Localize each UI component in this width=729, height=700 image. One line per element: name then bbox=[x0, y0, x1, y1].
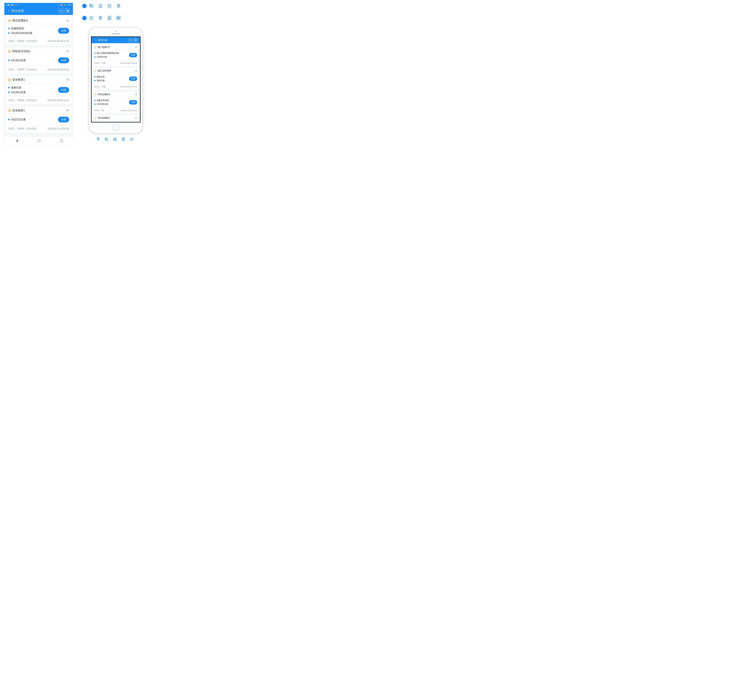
miniapp-capsule[interactable]: ••• bbox=[128, 38, 138, 42]
capsule-menu-icon[interactable]: ••• bbox=[58, 9, 64, 13]
task-card: 施工电梯1号 #3 施工升降机周检整改记录5月8日任务 办理 办理人：罗扬 20… bbox=[93, 44, 139, 66]
task-line-text: 4月26日任务 bbox=[11, 59, 26, 62]
app-header: 〈 待办任务 ••• bbox=[4, 7, 73, 15]
task-name: 塔式起重机5 bbox=[98, 117, 110, 119]
nav-back-icon[interactable] bbox=[14, 139, 18, 142]
task-icon bbox=[8, 109, 11, 112]
miniapp-capsule[interactable]: ••• bbox=[58, 9, 71, 13]
task-icon bbox=[94, 70, 96, 72]
task-lines: 施工升降机周检整改记录5月8日任务 bbox=[94, 52, 119, 58]
task-line: 4月26日09:00任务 bbox=[8, 31, 32, 35]
capsule-menu-icon[interactable]: ••• bbox=[128, 38, 133, 42]
page-title: 待办任务 bbox=[12, 9, 24, 13]
task-line: 复检任务 bbox=[8, 86, 26, 89]
task-line: 整改任务 bbox=[94, 76, 105, 78]
task-line: 5月8日任务 bbox=[94, 56, 119, 58]
task-line: 4月27日任务 bbox=[8, 118, 26, 121]
bullet-dot-icon bbox=[82, 16, 87, 20]
handle-button[interactable]: 办理 bbox=[58, 57, 69, 63]
card-header: 班组安全活动1 #2 bbox=[8, 47, 69, 55]
task-icon bbox=[94, 46, 96, 48]
nfc-alarm-battery-icons: ℕ ⏰ ⚡▭ bbox=[59, 4, 67, 6]
task-index: #7 bbox=[135, 117, 137, 119]
handler-text: 办理人：周雨祥（凡尔信息） bbox=[8, 127, 38, 130]
task-icon bbox=[94, 94, 96, 95]
card-body: 复检任务4月26日任务 办理 bbox=[8, 83, 69, 97]
task-line-text: 整改任务 bbox=[97, 76, 105, 78]
iphone-speaker bbox=[112, 33, 120, 34]
handler-text: 办理人：周雨祥（凡尔信息） bbox=[8, 99, 38, 102]
handle-button[interactable]: 办理 bbox=[58, 28, 69, 34]
timestamp: 2019-04-26 08:43:24 bbox=[47, 68, 69, 71]
feature-list: 制 定 任 务 任 务 提 醒 bbox=[82, 3, 149, 21]
task-list: 塔式起重机3 #1 交接班登记4月26日09:00任务 办理 办理人：周雨祥（凡… bbox=[4, 15, 73, 137]
dot-icon bbox=[8, 91, 10, 93]
task-line-text: 施工升降机周检整改记录 bbox=[97, 52, 119, 55]
nav-recent-icon[interactable] bbox=[60, 139, 63, 142]
card-footer: 办理人：罗扬 2019-05-08 10:25:52 bbox=[94, 84, 137, 90]
timestamp: 2019-04-27 00:00:00 bbox=[47, 128, 69, 130]
task-line: 设备日常巡检 bbox=[94, 99, 109, 102]
iphone-home-button[interactable] bbox=[112, 123, 119, 131]
handle-button[interactable]: 办理 bbox=[58, 87, 69, 93]
task-index: #2 bbox=[66, 50, 69, 53]
iphone-screen: 〈 待办任务 ••• 施工电梯1号 #3 施工升降机周检整改记录5月8日任务 办… bbox=[91, 36, 141, 122]
back-icon[interactable]: 〈 bbox=[6, 9, 10, 13]
dot-icon bbox=[8, 119, 10, 120]
dot-icon bbox=[8, 60, 10, 61]
timestamp: 2019-04-26 08:43:24 bbox=[47, 99, 69, 102]
dot-icon bbox=[94, 104, 96, 105]
task-line-text: 5月8日任务 bbox=[97, 56, 107, 58]
handle-button[interactable]: 办理 bbox=[129, 53, 137, 57]
task-lines: 设备日常巡检4月26日任务 bbox=[94, 99, 109, 106]
timestamp: 2019-05-08 00:00:00 bbox=[120, 62, 137, 64]
nav-home-icon[interactable] bbox=[38, 139, 41, 142]
task-lines: 4月26日任务 bbox=[8, 59, 26, 62]
iphone-frame: 〈 待办任务 ••• 施工电梯1号 #3 施工升降机周检整改记录5月8日任务 办… bbox=[89, 27, 143, 134]
page-title: 待办任务 bbox=[98, 38, 107, 42]
dot-icon bbox=[94, 52, 96, 54]
task-name: 班组安全活动1 bbox=[12, 49, 30, 53]
card-body: 4月27日任务 办理 bbox=[8, 114, 69, 125]
status-bar: 4G ▮▮▮ 4G ▮▮▮ ⩶ ✉ ◇ ❀ ℕ ⏰ ⚡▭ 4:34 bbox=[4, 3, 73, 7]
card-body: 设备日常巡检4月26日任务 办理 bbox=[94, 121, 137, 122]
dot-icon bbox=[8, 87, 10, 89]
task-card: 塔式起重机3 #1 交接班登记4月26日09:00任务 办理 办理人：周雨祥（凡… bbox=[6, 17, 71, 45]
android-nav-bar bbox=[4, 137, 73, 145]
task-line: 临时任务 bbox=[94, 79, 105, 82]
caption: 手 机 端 显 示 bbox=[82, 137, 149, 142]
task-card: 塔式起重机5 #7 设备日常巡检4月26日任务 办理 bbox=[93, 115, 139, 122]
task-line-text: 4月26日09:00任务 bbox=[11, 31, 32, 35]
handle-button[interactable]: 办理 bbox=[129, 77, 137, 81]
task-name: 塔式起重机4 bbox=[98, 93, 110, 96]
feature-item: 任 务 提 醒 bbox=[82, 15, 149, 21]
capsule-close-icon[interactable] bbox=[133, 38, 138, 42]
status-time: 4:34 bbox=[68, 4, 71, 6]
task-line: 4月26日任务 bbox=[8, 90, 26, 94]
timestamp: 2019-04-26 08:43:24 bbox=[47, 40, 69, 42]
task-line-text: 临时任务 bbox=[97, 79, 105, 82]
task-icon bbox=[94, 117, 96, 119]
android-phone-frame: 4G ▮▮▮ 4G ▮▮▮ ⩶ ✉ ◇ ❀ ℕ ⏰ ⚡▭ 4:34 〈 待办任务… bbox=[4, 3, 73, 145]
feature-text: 制 定 任 务 bbox=[89, 3, 123, 9]
timestamp: 2019-05-08 10:25:52 bbox=[120, 86, 137, 88]
task-lines: 交接班登记4月26日09:00任务 bbox=[8, 27, 32, 35]
task-lines: 4月27日任务 bbox=[8, 118, 26, 121]
card-footer: 办理人：无 2019-04-26 08:43:24 bbox=[94, 108, 137, 113]
card-footer: 办理人：周雨祥（凡尔信息） 2019-04-26 08:43:24 bbox=[8, 97, 69, 104]
dot-icon bbox=[94, 100, 96, 101]
back-icon[interactable]: 〈 bbox=[93, 38, 96, 42]
card-header: 安全检查1 #3 bbox=[8, 76, 69, 83]
bullet-dot-icon bbox=[82, 4, 87, 8]
status-right-icons: ℕ ⏰ ⚡▭ 4:34 bbox=[59, 4, 71, 6]
card-header: 安全检查1 #4 bbox=[8, 106, 69, 114]
feature-item: 制 定 任 务 bbox=[82, 3, 149, 9]
handle-button[interactable]: 办理 bbox=[58, 117, 69, 122]
task-lines: 整改任务临时任务 bbox=[94, 76, 105, 82]
task-line: 交接班登记 bbox=[8, 27, 32, 30]
card-body: 4月26日任务 办理 bbox=[8, 55, 69, 66]
card-header: 施工电梯1号 #3 bbox=[94, 44, 137, 50]
capsule-close-icon[interactable] bbox=[65, 9, 71, 13]
card-footer: 办理人：周雨祥（凡尔信息） 2019-04-26 08:43:24 bbox=[8, 66, 69, 74]
handle-button[interactable]: 办理 bbox=[129, 100, 137, 105]
